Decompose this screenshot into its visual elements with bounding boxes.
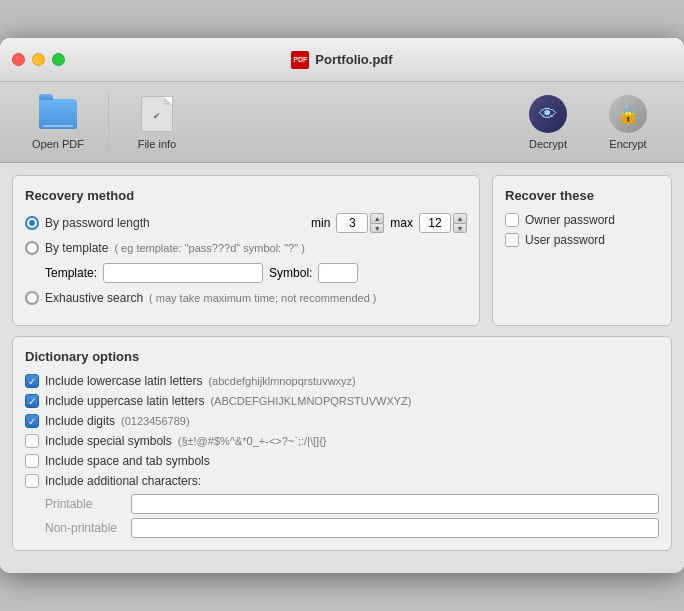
special-checkbox[interactable] <box>25 434 39 448</box>
window-controls <box>12 53 65 66</box>
printable-input[interactable] <box>131 494 659 514</box>
printable-label: Printable <box>45 497 125 511</box>
window-title: Portfolio.pdf <box>315 52 392 67</box>
additional-row: Include additional characters: <box>25 474 659 488</box>
template-input[interactable] <box>103 263 263 283</box>
decrypt-icon: 👁 <box>529 95 567 133</box>
dictionary-header: Dictionary options <box>25 349 659 364</box>
max-down-btn[interactable]: ▼ <box>453 223 467 233</box>
lowercase-checkbox[interactable] <box>25 374 39 388</box>
toolbar: Open PDF ✔ File info 👁 Decrypt 🔒 <box>0 82 684 163</box>
digits-row: Include digits (0123456789) <box>25 414 659 428</box>
close-button[interactable] <box>12 53 25 66</box>
digits-label: Include digits <box>45 414 115 428</box>
digits-hint: (0123456789) <box>121 415 190 427</box>
symbol-label: Symbol: <box>269 266 312 280</box>
doc-icon: ✔ <box>141 96 173 132</box>
recover-these-header: Recover these <box>505 188 659 203</box>
recovery-panel: Recovery method By password length min ▲ <box>12 175 480 326</box>
toolbar-sep-1 <box>108 94 109 150</box>
max-spinner: ▲ ▼ <box>419 213 467 233</box>
open-pdf-label: Open PDF <box>32 138 84 150</box>
min-up-btn[interactable]: ▲ <box>370 213 384 223</box>
maximize-button[interactable] <box>52 53 65 66</box>
min-input[interactable] <box>336 213 368 233</box>
file-info-label: File info <box>138 138 177 150</box>
non-printable-row: Non-printable <box>45 518 659 538</box>
max-label: max <box>390 216 413 230</box>
exhaustive-radio[interactable] <box>25 291 39 305</box>
exhaustive-hint: ( may take maximum time; not recommended… <box>149 292 376 304</box>
file-info-icon-wrap: ✔ <box>137 94 177 134</box>
by-template-label: By template <box>45 241 108 255</box>
recover-these-panel: Recover these Owner password User passwo… <box>492 175 672 326</box>
symbol-input[interactable] <box>318 263 358 283</box>
folder-icon <box>39 99 77 129</box>
decrypt-icon-wrap: 👁 <box>528 94 568 134</box>
printable-row: Printable <box>45 494 659 514</box>
recovery-header: Recovery method <box>25 188 467 203</box>
lock-symbol: 🔒 <box>617 103 639 125</box>
lowercase-hint: (abcdefghijklmnopqrstuvwxyz) <box>208 375 355 387</box>
special-hint: (§±!@#$%^&*0_+-<>?~`;:/|\[]{} <box>178 435 327 447</box>
exhaustive-label: Exhaustive search <box>45 291 143 305</box>
lowercase-row: Include lowercase latin letters (abcdefg… <box>25 374 659 388</box>
dictionary-panel: Dictionary options Include lowercase lat… <box>12 336 672 551</box>
uppercase-hint: (ABCDEFGHIJKLMNOPQRSTUVWXYZ) <box>210 395 411 407</box>
non-printable-label: Non-printable <box>45 521 125 535</box>
toolbar-decrypt[interactable]: 👁 Decrypt <box>508 90 588 154</box>
owner-password-row: Owner password <box>505 213 659 227</box>
by-length-radio[interactable] <box>25 216 39 230</box>
top-row: Recovery method By password length min ▲ <box>12 175 672 336</box>
title-area: PDF Portfolio.pdf <box>291 51 392 69</box>
toolbar-encrypt[interactable]: 🔒 Encrypt <box>588 90 668 154</box>
encrypt-label: Encrypt <box>609 138 646 150</box>
min-down-btn[interactable]: ▼ <box>370 223 384 233</box>
max-input[interactable] <box>419 213 451 233</box>
decrypt-label: Decrypt <box>529 138 567 150</box>
by-template-radio[interactable] <box>25 241 39 255</box>
by-length-row: By password length <box>25 216 150 230</box>
titlebar: PDF Portfolio.pdf <box>0 38 684 82</box>
space-tab-checkbox[interactable] <box>25 454 39 468</box>
min-spinner: ▲ ▼ <box>336 213 384 233</box>
open-pdf-icon-wrap <box>38 94 78 134</box>
min-spinner-btns: ▲ ▼ <box>370 213 384 233</box>
lowercase-label: Include lowercase latin letters <box>45 374 202 388</box>
special-label: Include special symbols <box>45 434 172 448</box>
main-window: PDF Portfolio.pdf Open PDF ✔ File info 👁 <box>0 38 684 573</box>
min-label: min <box>311 216 330 230</box>
exhaustive-row: Exhaustive search ( may take maximum tim… <box>25 291 467 305</box>
lock-icon: 🔒 <box>609 95 647 133</box>
user-password-label: User password <box>525 233 605 247</box>
special-row: Include special symbols (§±!@#$%^&*0_+-<… <box>25 434 659 448</box>
toolbar-open-pdf[interactable]: Open PDF <box>16 90 100 154</box>
min-max-row: min ▲ ▼ max ▲ <box>311 213 467 233</box>
by-template-row: By template ( eg template: "pass???d" sy… <box>25 241 467 255</box>
digits-checkbox[interactable] <box>25 414 39 428</box>
space-tab-row: Include space and tab symbols <box>25 454 659 468</box>
template-input-row: Template: Symbol: <box>45 263 467 283</box>
additional-label: Include additional characters: <box>45 474 201 488</box>
additional-checkbox[interactable] <box>25 474 39 488</box>
max-up-btn[interactable]: ▲ <box>453 213 467 223</box>
owner-password-label: Owner password <box>525 213 615 227</box>
eye-icon: 👁 <box>539 104 557 125</box>
by-template-hint: ( eg template: "pass???d" symbol: "?" ) <box>114 242 305 254</box>
uppercase-label: Include uppercase latin letters <box>45 394 204 408</box>
user-password-row: User password <box>505 233 659 247</box>
non-printable-input[interactable] <box>131 518 659 538</box>
by-length-label: By password length <box>45 216 150 230</box>
space-tab-label: Include space and tab symbols <box>45 454 210 468</box>
pdf-icon: PDF <box>291 51 309 69</box>
max-spinner-btns: ▲ ▼ <box>453 213 467 233</box>
minimize-button[interactable] <box>32 53 45 66</box>
owner-password-checkbox[interactable] <box>505 213 519 227</box>
content-area: Recovery method By password length min ▲ <box>0 163 684 573</box>
encrypt-icon-wrap: 🔒 <box>608 94 648 134</box>
toolbar-file-info[interactable]: ✔ File info <box>117 90 197 154</box>
template-label: Template: <box>45 266 97 280</box>
uppercase-row: Include uppercase latin letters (ABCDEFG… <box>25 394 659 408</box>
uppercase-checkbox[interactable] <box>25 394 39 408</box>
user-password-checkbox[interactable] <box>505 233 519 247</box>
